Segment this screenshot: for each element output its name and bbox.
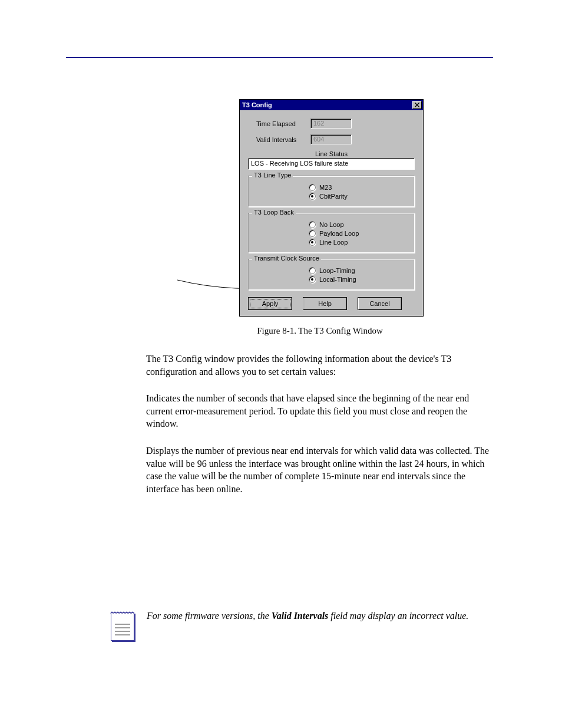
radio-icon [309, 230, 316, 237]
valid-intervals-paragraph: Displays the number of previous near end… [146, 444, 494, 495]
radio-label: M23 [319, 184, 332, 191]
close-icon [415, 103, 419, 107]
time-elapsed-field: 162 [310, 118, 352, 129]
note-pre: For some firmware versions, the [147, 611, 272, 621]
close-button[interactable] [412, 101, 422, 109]
radio-m23[interactable]: M23 [309, 184, 408, 191]
transmit-clock-legend: Transmit Clock Source [252, 255, 321, 262]
radio-label: Line Loop [319, 239, 348, 246]
radio-loop-timing[interactable]: Loop-Timing [309, 267, 408, 274]
titlebar[interactable]: T3 Config [240, 100, 423, 110]
apply-button[interactable]: Apply [248, 297, 292, 310]
valid-intervals-field: 604 [310, 134, 352, 144]
dialog-body: Time Elapsed 162 Valid Intervals 604 Lin… [240, 110, 423, 316]
radio-cbitparity[interactable]: CbitParity [309, 193, 408, 200]
radio-line-loop[interactable]: Line Loop [309, 239, 408, 246]
valid-intervals-row: Valid Intervals 604 [256, 134, 415, 144]
radio-icon [309, 193, 316, 200]
header-rule [66, 57, 493, 58]
t3-loop-back-legend: T3 Loop Back [252, 209, 296, 216]
radio-no-loop[interactable]: No Loop [309, 221, 408, 228]
time-elapsed-label: Time Elapsed [256, 120, 310, 127]
transmit-clock-group: Transmit Clock Source Loop-Timing Local-… [248, 259, 415, 290]
line-status-caption: Line Status [248, 150, 415, 157]
radio-icon [309, 267, 316, 274]
dialog-title: T3 Config [242, 101, 272, 108]
radio-label: Payload Loop [319, 230, 359, 237]
t3-config-dialog: T3 Config Time Elapsed 162 Valid Interva… [239, 99, 424, 317]
time-elapsed-row: Time Elapsed 162 [256, 118, 415, 129]
cancel-button[interactable]: Cancel [358, 297, 402, 310]
note-bold: Valid Intervals [272, 611, 328, 621]
note-post: field may display an incorrect value. [328, 611, 468, 621]
radio-local-timing[interactable]: Local-Timing [309, 276, 408, 283]
dialog-wrapper: T3 Config Time Elapsed 162 Valid Interva… [239, 99, 494, 317]
radio-icon [309, 221, 316, 228]
radio-icon [309, 276, 316, 283]
valid-intervals-label: Valid Intervals [256, 136, 310, 143]
radio-icon [309, 184, 316, 191]
t3-loop-back-group: T3 Loop Back No Loop Payload Loop Line L… [248, 213, 415, 253]
note-row: For some firmware versions, the Valid In… [111, 610, 494, 643]
radio-label: Loop-Timing [319, 267, 355, 274]
figure-caption: Figure 8-1. The T3 Config Window [146, 326, 494, 336]
intro-paragraph: The T3 Config window provides the follow… [146, 353, 494, 378]
radio-label: Local-Timing [319, 276, 356, 283]
line-status-listbox[interactable]: LOS - Receiving LOS failure state [248, 158, 415, 170]
radio-label: No Loop [319, 221, 344, 228]
radio-icon [309, 239, 316, 246]
t3-line-type-legend: T3 Line Type [252, 172, 293, 179]
help-button[interactable]: Help [303, 297, 347, 310]
radio-payload-loop[interactable]: Payload Loop [309, 230, 408, 237]
t3-line-type-group: T3 Line Type M23 CbitParity [248, 176, 415, 207]
page-content: T3 Config Time Elapsed 162 Valid Interva… [146, 99, 494, 509]
radio-label: CbitParity [319, 193, 348, 200]
line-status-wrap: Line Status LOS - Receiving LOS failure … [248, 150, 415, 170]
time-elapsed-paragraph: Indicates the number of seconds that hav… [146, 392, 494, 430]
button-row: Apply Help Cancel [248, 297, 415, 310]
note-icon [111, 610, 137, 643]
note-text: For some firmware versions, the Valid In… [147, 610, 468, 622]
